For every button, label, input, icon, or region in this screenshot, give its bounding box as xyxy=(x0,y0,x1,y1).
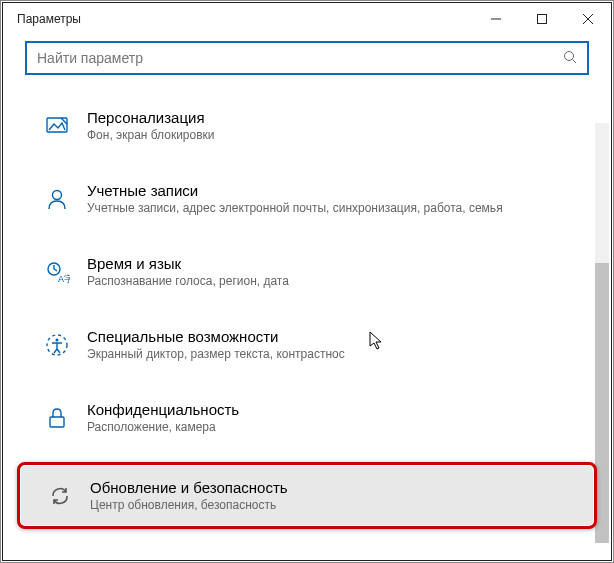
svg-point-7 xyxy=(53,190,62,199)
settings-item-time-language[interactable]: A字 Время и язык Распознавание голоса, ре… xyxy=(3,243,611,300)
item-title: Обновление и безопасность xyxy=(90,479,288,496)
minimize-button[interactable] xyxy=(473,3,519,35)
time-language-icon: A字 xyxy=(41,256,73,288)
item-title: Учетные записи xyxy=(87,182,503,199)
item-subtitle: Расположение, камера xyxy=(87,420,239,434)
item-subtitle: Центр обновления, безопасность xyxy=(90,498,288,512)
search-field[interactable] xyxy=(37,50,563,66)
close-button[interactable] xyxy=(565,3,611,35)
svg-text:A字: A字 xyxy=(58,274,70,284)
item-title: Время и язык xyxy=(87,255,289,272)
accounts-icon xyxy=(41,183,73,215)
privacy-icon xyxy=(41,402,73,434)
item-title: Персонализация xyxy=(87,109,215,126)
item-subtitle: Учетные записи, адрес электронной почты,… xyxy=(87,201,503,215)
item-subtitle: Распознавание голоса, регион, дата xyxy=(87,274,289,288)
svg-rect-12 xyxy=(50,417,64,427)
settings-item-privacy[interactable]: Конфиденциальность Расположение, камера xyxy=(3,389,611,446)
item-subtitle: Экранный диктор, размер текста, контраст… xyxy=(87,347,345,361)
update-security-icon xyxy=(44,480,76,512)
personalization-icon xyxy=(41,110,73,142)
svg-point-4 xyxy=(565,51,574,60)
item-subtitle: Фон, экран блокировки xyxy=(87,128,215,142)
item-title: Специальные возможности xyxy=(87,328,345,345)
maximize-button[interactable] xyxy=(519,3,565,35)
search-input[interactable] xyxy=(25,41,589,75)
settings-item-update-security[interactable]: Обновление и безопасность Центр обновлен… xyxy=(17,462,597,529)
svg-point-11 xyxy=(56,338,59,341)
accessibility-icon xyxy=(41,329,73,361)
settings-item-personalization[interactable]: Персонализация Фон, экран блокировки xyxy=(3,97,611,154)
search-icon xyxy=(563,50,577,67)
settings-item-accounts[interactable]: Учетные записи Учетные записи, адрес эле… xyxy=(3,170,611,227)
window-title: Параметры xyxy=(17,12,81,26)
svg-line-5 xyxy=(573,59,577,63)
svg-rect-1 xyxy=(538,15,547,24)
item-title: Конфиденциальность xyxy=(87,401,239,418)
settings-item-accessibility[interactable]: Специальные возможности Экранный диктор,… xyxy=(3,316,611,373)
